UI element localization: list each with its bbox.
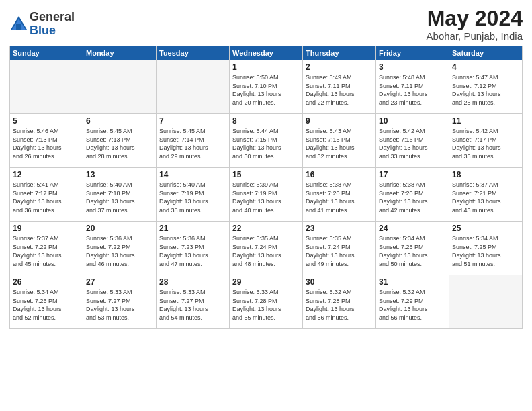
day-info: Sunrise: 5:47 AM Sunset: 7:12 PM Dayligh… [452, 73, 519, 107]
day-info: Sunrise: 5:34 AM Sunset: 7:26 PM Dayligh… [13, 288, 80, 322]
day-number: 26 [13, 277, 80, 287]
day-number: 1 [232, 62, 300, 72]
day-cell: 29Sunrise: 5:33 AM Sunset: 7:28 PM Dayli… [230, 275, 303, 329]
day-cell: 16Sunrise: 5:38 AM Sunset: 7:20 PM Dayli… [303, 168, 376, 222]
day-number: 14 [159, 170, 226, 179]
weekday-wednesday: Wednesday [230, 46, 303, 60]
day-info: Sunrise: 5:46 AM Sunset: 7:13 PM Dayligh… [13, 127, 80, 161]
day-cell: 18Sunrise: 5:37 AM Sunset: 7:21 PM Dayli… [449, 168, 523, 222]
day-info: Sunrise: 5:40 AM Sunset: 7:19 PM Dayligh… [159, 181, 226, 214]
day-cell: 19Sunrise: 5:37 AM Sunset: 7:22 PM Dayli… [10, 222, 83, 275]
day-cell: 25Sunrise: 5:34 AM Sunset: 7:25 PM Dayli… [449, 222, 523, 275]
logo-text: General Blue [30, 11, 75, 38]
day-cell: 17Sunrise: 5:38 AM Sunset: 7:20 PM Dayli… [376, 168, 449, 222]
day-cell [10, 60, 83, 114]
day-cell: 22Sunrise: 5:35 AM Sunset: 7:24 PM Dayli… [230, 222, 303, 275]
day-cell: 24Sunrise: 5:34 AM Sunset: 7:25 PM Dayli… [376, 222, 449, 275]
title-area: May 2024 Abohar, Punjab, India [427, 7, 523, 42]
day-info: Sunrise: 5:45 AM Sunset: 7:13 PM Dayligh… [86, 127, 153, 161]
day-cell: 30Sunrise: 5:32 AM Sunset: 7:28 PM Dayli… [303, 275, 376, 329]
weekday-sunday: Sunday [10, 46, 83, 60]
location: Abohar, Punjab, India [427, 30, 523, 42]
day-info: Sunrise: 5:45 AM Sunset: 7:14 PM Dayligh… [159, 127, 226, 161]
weekday-thursday: Thursday [303, 46, 376, 60]
day-cell: 3Sunrise: 5:48 AM Sunset: 7:11 PM Daylig… [376, 60, 449, 114]
week-row-1: 1Sunrise: 5:50 AM Sunset: 7:10 PM Daylig… [10, 60, 523, 114]
day-info: Sunrise: 5:39 AM Sunset: 7:19 PM Dayligh… [232, 181, 300, 214]
day-cell: 1Sunrise: 5:50 AM Sunset: 7:10 PM Daylig… [230, 60, 303, 114]
day-cell: 7Sunrise: 5:45 AM Sunset: 7:14 PM Daylig… [157, 114, 230, 168]
day-cell: 11Sunrise: 5:42 AM Sunset: 7:17 PM Dayli… [449, 114, 523, 168]
day-info: Sunrise: 5:33 AM Sunset: 7:28 PM Dayligh… [232, 288, 300, 322]
week-row-3: 12Sunrise: 5:41 AM Sunset: 7:17 PM Dayli… [10, 168, 523, 222]
day-cell: 28Sunrise: 5:33 AM Sunset: 7:27 PM Dayli… [157, 275, 230, 329]
day-cell: 26Sunrise: 5:34 AM Sunset: 7:26 PM Dayli… [10, 275, 83, 329]
day-info: Sunrise: 5:42 AM Sunset: 7:17 PM Dayligh… [452, 127, 519, 161]
day-info: Sunrise: 5:49 AM Sunset: 7:11 PM Dayligh… [306, 73, 373, 107]
logo-blue: Blue [30, 24, 75, 38]
day-number: 16 [306, 170, 373, 179]
day-info: Sunrise: 5:35 AM Sunset: 7:24 PM Dayligh… [232, 234, 300, 268]
day-number: 3 [379, 62, 446, 72]
day-number: 5 [13, 116, 80, 126]
month-title: May 2024 [427, 7, 523, 30]
day-info: Sunrise: 5:32 AM Sunset: 7:29 PM Dayligh… [379, 288, 446, 322]
weekday-friday: Friday [376, 46, 449, 60]
day-cell: 5Sunrise: 5:46 AM Sunset: 7:13 PM Daylig… [10, 114, 83, 168]
day-cell: 15Sunrise: 5:39 AM Sunset: 7:19 PM Dayli… [230, 168, 303, 222]
day-cell: 4Sunrise: 5:47 AM Sunset: 7:12 PM Daylig… [449, 60, 523, 114]
day-info: Sunrise: 5:33 AM Sunset: 7:27 PM Dayligh… [159, 288, 226, 322]
day-number: 22 [232, 224, 300, 233]
day-number: 15 [232, 170, 300, 179]
week-row-2: 5Sunrise: 5:46 AM Sunset: 7:13 PM Daylig… [10, 114, 523, 168]
day-number: 24 [379, 224, 446, 233]
day-number: 23 [306, 224, 373, 233]
logo-general: General [30, 11, 75, 24]
day-number: 21 [159, 224, 226, 233]
day-info: Sunrise: 5:32 AM Sunset: 7:28 PM Dayligh… [306, 288, 373, 322]
day-number: 31 [379, 277, 446, 287]
day-cell: 20Sunrise: 5:36 AM Sunset: 7:22 PM Dayli… [83, 222, 157, 275]
page: General Blue May 2024 Abohar, Punjab, In… [0, 0, 532, 411]
day-cell [157, 60, 230, 114]
day-info: Sunrise: 5:44 AM Sunset: 7:15 PM Dayligh… [232, 127, 300, 161]
weekday-header-row: SundayMondayTuesdayWednesdayThursdayFrid… [10, 46, 523, 60]
day-cell: 23Sunrise: 5:35 AM Sunset: 7:24 PM Dayli… [303, 222, 376, 275]
day-number: 25 [452, 224, 519, 233]
day-number: 30 [306, 277, 373, 287]
day-cell: 10Sunrise: 5:42 AM Sunset: 7:16 PM Dayli… [376, 114, 449, 168]
weekday-saturday: Saturday [449, 46, 523, 60]
weekday-monday: Monday [83, 46, 157, 60]
day-info: Sunrise: 5:37 AM Sunset: 7:21 PM Dayligh… [452, 181, 519, 214]
day-number: 6 [86, 116, 153, 126]
weekday-tuesday: Tuesday [157, 46, 230, 60]
day-cell: 13Sunrise: 5:40 AM Sunset: 7:18 PM Dayli… [83, 168, 157, 222]
day-info: Sunrise: 5:50 AM Sunset: 7:10 PM Dayligh… [232, 73, 300, 107]
day-info: Sunrise: 5:43 AM Sunset: 7:15 PM Dayligh… [306, 127, 373, 161]
day-number: 2 [306, 62, 373, 72]
day-info: Sunrise: 5:37 AM Sunset: 7:22 PM Dayligh… [13, 234, 80, 268]
calendar: SundayMondayTuesdayWednesdayThursdayFrid… [9, 46, 523, 329]
day-info: Sunrise: 5:35 AM Sunset: 7:24 PM Dayligh… [306, 234, 373, 268]
day-number: 28 [159, 277, 226, 287]
day-number: 13 [86, 170, 153, 179]
day-number: 9 [306, 116, 373, 126]
day-number: 8 [232, 116, 300, 126]
day-cell: 9Sunrise: 5:43 AM Sunset: 7:15 PM Daylig… [303, 114, 376, 168]
day-cell: 2Sunrise: 5:49 AM Sunset: 7:11 PM Daylig… [303, 60, 376, 114]
day-cell [83, 60, 157, 114]
day-info: Sunrise: 5:38 AM Sunset: 7:20 PM Dayligh… [379, 181, 446, 214]
day-cell: 6Sunrise: 5:45 AM Sunset: 7:13 PM Daylig… [83, 114, 157, 168]
day-cell [449, 275, 523, 329]
day-number: 17 [379, 170, 446, 179]
day-info: Sunrise: 5:42 AM Sunset: 7:16 PM Dayligh… [379, 127, 446, 161]
header: General Blue May 2024 Abohar, Punjab, In… [9, 7, 523, 42]
day-info: Sunrise: 5:48 AM Sunset: 7:11 PM Dayligh… [379, 73, 446, 107]
day-info: Sunrise: 5:40 AM Sunset: 7:18 PM Dayligh… [86, 181, 153, 214]
day-number: 12 [13, 170, 80, 179]
day-number: 7 [159, 116, 226, 126]
logo-icon [9, 15, 28, 34]
svg-rect-2 [16, 24, 21, 30]
day-cell: 27Sunrise: 5:33 AM Sunset: 7:27 PM Dayli… [83, 275, 157, 329]
day-cell: 31Sunrise: 5:32 AM Sunset: 7:29 PM Dayli… [376, 275, 449, 329]
